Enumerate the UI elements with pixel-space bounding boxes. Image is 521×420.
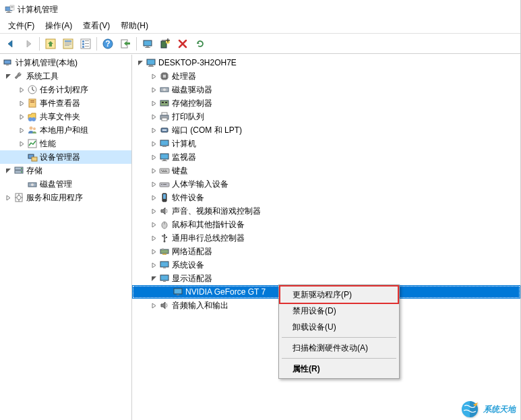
svg-point-37 [30,127,33,130]
svg-rect-86 [166,237,167,238]
expand-icon[interactable] [148,219,159,230]
toolbar-separator [136,37,137,51]
help-button[interactable]: ? [100,36,116,52]
collapse-icon[interactable] [3,71,13,82]
export-button[interactable] [117,36,133,52]
device-print-queues[interactable]: 打印队列 [132,110,520,123]
svg-rect-68 [162,146,166,147]
device-disk-drives[interactable]: 磁盘驱动器 [132,83,520,96]
tree-task-scheduler[interactable]: 任务计划程序 [0,83,131,96]
refresh-button[interactable] [192,36,208,52]
ctx-properties[interactable]: 属性(R) [280,361,398,377]
svg-rect-4 [11,6,13,7]
left-tree-pane[interactable]: 计算机管理(本地) 系统工具 任务计划程序 事件查看器 共享文件夹 [0,55,132,420]
expand-icon[interactable] [148,260,159,270]
titlebar: 计算机管理 [0,0,520,19]
device-root[interactable]: DESKTOP-3H2OH7E [132,56,520,69]
device-system-dev[interactable]: 系统设备 [132,258,520,272]
device-add-button[interactable]: + [157,36,173,52]
tree-event-viewer[interactable]: 事件查看器 [0,96,131,110]
expand-icon[interactable] [16,111,27,122]
ctx-update-driver[interactable]: 更新驱动程序(P) [280,287,398,303]
menu-help[interactable]: 帮助(H) [115,19,154,33]
mouse-icon [159,219,170,230]
device-usb[interactable]: 通用串行总线控制器 [132,231,520,245]
expand-icon[interactable] [16,98,27,109]
expand-icon[interactable] [16,84,27,95]
device-computer[interactable]: 计算机 [132,137,520,150]
device-keyboards[interactable]: 键盘 [132,164,520,177]
device-sound[interactable]: 声音、视频和游戏控制器 [132,204,520,218]
expand-icon[interactable] [148,152,159,162]
tree-device-manager[interactable]: 设备管理器 [0,150,131,164]
wrench-icon [13,71,24,82]
svg-rect-50 [147,59,155,65]
tree-performance[interactable]: 性能 [0,137,131,150]
expand-icon[interactable] [148,71,159,82]
device-software[interactable]: 软件设备 [132,191,520,204]
svg-point-45 [21,171,22,173]
expand-icon[interactable] [148,192,159,203]
window-title: 计算机管理 [18,4,58,16]
list-button[interactable] [78,36,94,52]
expand-icon[interactable] [3,192,13,203]
menu-action[interactable]: 操作(A) [40,19,78,33]
expand-icon[interactable] [148,165,159,176]
device-monitors[interactable]: 监视器 [132,150,520,164]
collapse-icon[interactable] [148,273,159,284]
svg-rect-15 [82,43,84,45]
forward-button[interactable] [20,36,36,52]
svg-rect-58 [162,102,164,103]
right-tree-pane[interactable]: DESKTOP-3H2OH7E 处理器 磁盘驱动器 存储控制器 打印队列 端口 … [132,55,520,420]
expand-icon[interactable] [148,84,159,95]
tree-services-apps[interactable]: 服务和应用程序 [0,191,131,204]
svg-rect-57 [160,100,168,106]
svg-rect-22 [144,40,152,46]
expand-icon[interactable] [148,111,159,122]
svg-point-36 [32,117,36,121]
tree-storage[interactable]: 存储 [0,164,131,177]
expand-icon[interactable] [148,179,159,189]
svg-rect-76 [162,171,167,172]
ctx-uninstall-device[interactable]: 卸载设备(U) [280,319,398,335]
toolbar: ? + [0,34,520,54]
device-processor[interactable]: 处理器 [132,69,520,83]
svg-text:+: + [165,38,170,45]
app-icon [4,4,15,15]
device-network[interactable]: 网络适配器 [132,245,520,258]
device-storage-ctrl[interactable]: 存储控制器 [132,96,520,110]
ctx-scan-hardware[interactable]: 扫描检测硬件改动(A) [280,340,398,356]
ctx-disable-device[interactable]: 禁用设备(D) [280,303,398,319]
expand-icon[interactable] [148,125,159,136]
device-ports[interactable]: 端口 (COM 和 LPT) [132,123,520,137]
up-button[interactable] [42,36,59,52]
menu-view[interactable]: 查看(V) [78,19,115,33]
delete-button[interactable] [175,36,191,52]
monitor-button[interactable] [140,36,156,52]
globe-icon [460,400,479,419]
expand-icon[interactable] [148,233,159,243]
properties-button[interactable] [60,36,76,52]
device-hid[interactable]: 人体学输入设备 [132,177,520,191]
tree-local-users[interactable]: 本地用户和组 [0,123,131,137]
menu-file[interactable]: 文件(F) [3,19,40,33]
tree-root[interactable]: 计算机管理(本地) [0,56,131,69]
tree-disk-mgmt[interactable]: 磁盘管理 [0,177,131,191]
svg-point-38 [33,127,36,130]
expand-icon[interactable] [16,125,27,136]
collapse-icon[interactable] [135,57,146,68]
device-display-adapters[interactable]: 显示适配器 [132,272,520,285]
device-mice[interactable]: 鼠标和其他指针设备 [132,218,520,231]
expand-icon[interactable] [148,300,159,311]
expand-icon[interactable] [148,138,159,149]
printer-icon [159,111,170,122]
tree-system-tools[interactable]: 系统工具 [0,69,131,83]
expand-icon[interactable] [148,206,159,216]
expand-icon[interactable] [148,98,159,109]
collapse-icon[interactable] [3,165,13,176]
tree-shared-folders[interactable]: 共享文件夹 [0,110,131,123]
services-icon [13,192,24,203]
expand-icon[interactable] [16,138,27,149]
back-button[interactable] [3,36,19,52]
expand-icon[interactable] [148,246,159,257]
